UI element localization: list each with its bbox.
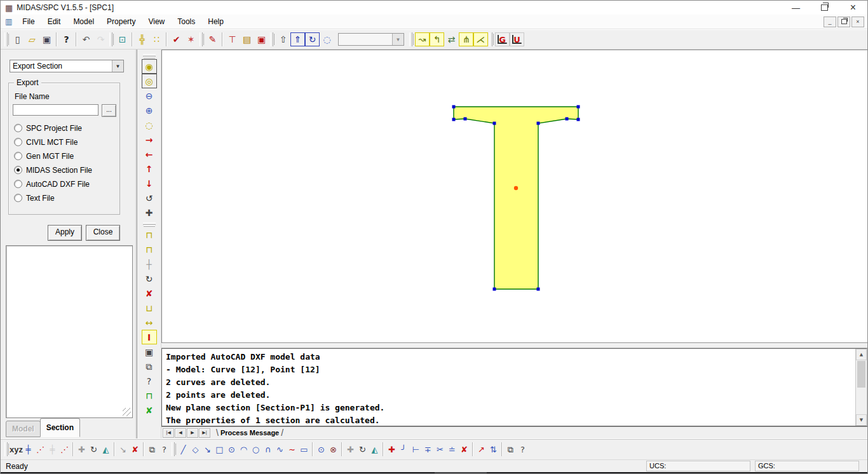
node-merge-icon[interactable]: ⋔ [459, 32, 473, 46]
scrollbar-thumb[interactable] [857, 361, 865, 388]
divide-node-icon[interactable]: ╪ [22, 442, 34, 456]
tab-model[interactable]: Model [6, 421, 41, 437]
radio-autocad-dxf-file[interactable]: AutoCAD DXF File [14, 180, 92, 188]
break-curve-icon[interactable]: ✂ [434, 442, 446, 456]
help-icon[interactable]: ? [59, 32, 74, 46]
point-on-curve-icon[interactable]: ⋰ [34, 442, 46, 456]
move-point-icon[interactable]: ┼ [142, 257, 157, 271]
query-entity-icon[interactable]: ? [517, 442, 529, 456]
section-node[interactable] [464, 118, 467, 121]
copy-section-icon[interactable]: ⧉ [142, 359, 157, 374]
scroll-up-icon[interactable]: ▲ [856, 349, 867, 360]
message-last-icon[interactable]: ▶| [199, 428, 210, 438]
browse-button[interactable]: ... [102, 104, 116, 117]
apply-button[interactable]: Apply [48, 225, 82, 241]
section-node[interactable] [493, 288, 496, 291]
zoom-window-icon[interactable]: ◉ [142, 59, 157, 74]
section-node[interactable] [577, 105, 580, 109]
fillet-corner-icon[interactable]: ╯ [398, 442, 410, 456]
rotate-view-icon[interactable]: ↻ [305, 32, 320, 46]
calculate-property-icon[interactable]: I [142, 330, 157, 344]
section-export-icon[interactable]: ▣ [254, 32, 269, 46]
message-prev-icon[interactable]: ◀ [175, 428, 186, 438]
mirror-copy-icon[interactable]: ◭ [100, 442, 112, 456]
pan-right-icon[interactable]: → [142, 132, 157, 147]
pan-down-icon[interactable]: ↓ [142, 176, 157, 191]
zoom-dynamic-icon[interactable]: ◌ [142, 118, 157, 132]
close-button[interactable]: × [839, 1, 867, 15]
copy-entities-icon[interactable]: ⧉ [505, 442, 517, 456]
section-node[interactable] [537, 288, 540, 291]
query-property-icon[interactable]: ? [142, 374, 157, 388]
stretch-curve-icon[interactable]: ↗ [475, 442, 487, 456]
open-file-icon[interactable]: ▱ [25, 32, 39, 46]
draw-ellipse-icon[interactable]: ○ [250, 442, 262, 456]
section-document-icon[interactable]: ▤ [240, 32, 254, 46]
section-template-icon[interactable]: ⊤ [225, 32, 240, 46]
section-node[interactable] [566, 118, 569, 121]
gcs-axis-icon[interactable]: G [495, 32, 510, 46]
plot-check-icon[interactable]: ✔ [169, 32, 184, 46]
file-name-input[interactable] [13, 104, 98, 116]
node-translate-icon[interactable]: ↝ [415, 32, 430, 46]
menu-file[interactable]: File [16, 15, 41, 29]
menu-edit[interactable]: Edit [41, 15, 67, 29]
minimize-button[interactable]: — [782, 1, 810, 15]
scroll-down-icon[interactable]: ▼ [856, 414, 867, 426]
menu-property[interactable]: Property [100, 15, 142, 29]
node-swap-icon[interactable]: ⇄ [444, 32, 459, 46]
radio-civil-mct-file[interactable]: CIVIL MCT File [14, 138, 92, 146]
section-node[interactable] [452, 118, 456, 121]
close-panel-button[interactable]: Close [86, 225, 120, 241]
section-mesh-icon[interactable]: ⊓ [142, 388, 157, 403]
query-info-icon[interactable]: ? [158, 442, 170, 456]
section-outline[interactable] [454, 107, 578, 289]
section-node[interactable] [452, 105, 456, 109]
pan-up-icon[interactable]: ↑ [142, 161, 157, 176]
mdi-child-icon[interactable]: ▥ [5, 18, 12, 25]
move-copy-icon[interactable]: ✚ [76, 442, 88, 456]
tab-section[interactable]: Section [40, 418, 80, 437]
horizontal-splitter[interactable] [161, 343, 867, 348]
zoom-fit-icon[interactable]: ◎ [142, 74, 157, 88]
radio-gen-mgt-file[interactable]: Gen MGT File [14, 152, 92, 160]
coordinates-xyz-icon[interactable]: xyz [10, 442, 22, 456]
mdi-minimize-button[interactable]: _ [824, 17, 836, 27]
node-project-icon[interactable]: ⋌ [473, 32, 488, 46]
rotate-entity-icon[interactable]: ↻ [356, 442, 369, 456]
section-resize-icon[interactable]: ↔ [142, 315, 157, 330]
panel-resize-grip[interactable] [123, 408, 131, 416]
select-arrow-icon[interactable]: ⇧ [276, 32, 290, 46]
save-file-icon[interactable]: ▣ [39, 32, 54, 46]
function-selector-dropdown-icon[interactable]: ▼ [112, 60, 123, 72]
scatter-plot-icon[interactable]: ✶ [184, 32, 198, 46]
rotate-copy-icon[interactable]: ↻ [88, 442, 100, 456]
zoom-previous-icon[interactable]: ↺ [142, 191, 157, 205]
radio-spc-project-file[interactable]: SPC Project File [14, 124, 92, 132]
section-node[interactable] [537, 122, 540, 125]
zoom-in-icon[interactable]: ⊕ [142, 103, 157, 118]
divide-curve-gray-icon[interactable]: ╪ [46, 442, 58, 456]
new-project-icon[interactable]: ▯ [10, 32, 25, 46]
menu-model[interactable]: Model [67, 15, 100, 29]
pan-move-icon[interactable]: ✚ [142, 205, 157, 220]
align-curve-icon[interactable]: ≐ [446, 442, 458, 456]
point-grid-icon[interactable]: ∷ [149, 32, 164, 46]
tab-process-message[interactable]: \ Process Message / [214, 428, 285, 438]
draw-polygon-icon[interactable]: ◇ [189, 442, 201, 456]
combo-dropdown-icon[interactable]: ▼ [392, 34, 403, 45]
edit-section-icon[interactable]: ✎ [205, 32, 220, 46]
menu-help[interactable]: Help [201, 15, 230, 29]
scrollbar-track[interactable] [856, 388, 867, 415]
restore-button[interactable] [810, 1, 839, 15]
delete-point-icon[interactable]: ✘ [129, 442, 141, 456]
save-section-icon[interactable]: ▣ [142, 344, 157, 359]
section-modify-icon[interactable]: ⊓ [142, 242, 157, 257]
draw-line-icon[interactable]: ╱ [177, 442, 189, 456]
drawing-canvas[interactable] [161, 50, 867, 343]
draw-circle-icon[interactable]: ⊙ [226, 442, 238, 456]
message-scrollbar[interactable]: ▲ ▼ [855, 349, 867, 426]
section-offset-icon[interactable]: ⊔ [142, 301, 157, 315]
display-option-icon[interactable]: ⊡ [115, 32, 130, 46]
ucs-axis-icon[interactable]: U [510, 32, 524, 46]
